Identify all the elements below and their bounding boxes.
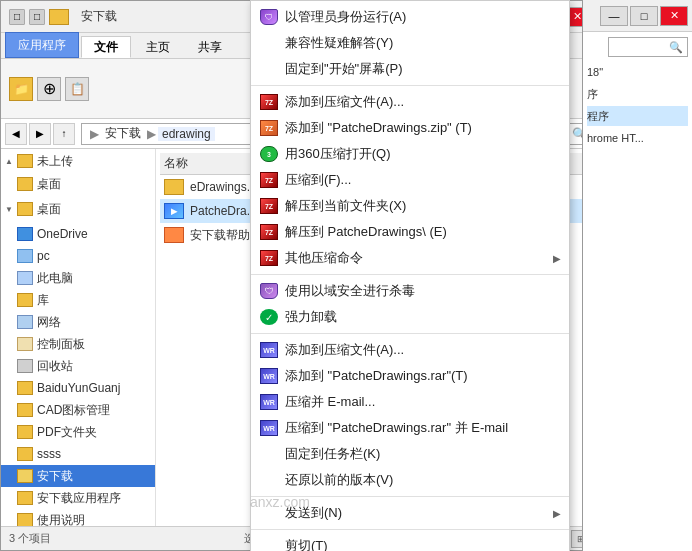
- sidebar-item-onedrive[interactable]: OneDrive: [1, 223, 155, 245]
- menu-item-run-admin[interactable]: 🛡 以管理员身份运行(A): [251, 4, 569, 30]
- separator-2: [251, 274, 569, 275]
- second-max-btn[interactable]: □: [630, 6, 658, 26]
- title-folder-icon: [49, 9, 69, 25]
- menu-label: 添加到 "PatcheDrawings.rar"(T): [285, 367, 561, 385]
- menu-label: 添加到压缩文件(A)...: [285, 341, 561, 359]
- separator-4: [251, 496, 569, 497]
- menu-item-compress-to[interactable]: 7Z 压缩到(F)...: [251, 167, 569, 193]
- sidebar-label-thispc: 此电脑: [37, 270, 73, 287]
- sidebar-group-desktop-label: 桌面: [37, 201, 61, 218]
- file-name: PatcheDra..: [190, 204, 253, 218]
- second-close-btn[interactable]: ✕: [660, 6, 688, 26]
- ribbon-copy-icon[interactable]: ⊕: [37, 77, 61, 101]
- tab-file[interactable]: 文件: [81, 36, 131, 58]
- second-window: — □ ✕ 🔍 18" 序 程序 hrome HT...: [582, 0, 692, 551]
- sidebar-group-desktop[interactable]: ▼ 桌面: [1, 197, 155, 221]
- menu-label: 压缩并 E-mail...: [285, 393, 561, 411]
- sidebar-label-onedrive: OneDrive: [37, 227, 88, 241]
- sidebar-label-baidu: BaiduYunGuanj: [37, 381, 120, 395]
- sidebar-item-trash[interactable]: 回收站: [1, 355, 155, 377]
- 7z-icon: 7Z: [259, 93, 279, 111]
- menu-item-force-uninstall[interactable]: ✓ 强力卸载: [251, 304, 569, 330]
- sidebar-item-thispc[interactable]: 此电脑: [1, 267, 155, 289]
- menu-item-pin-taskbar[interactable]: 固定到任务栏(K): [251, 441, 569, 467]
- title-icon-1[interactable]: □: [9, 9, 25, 25]
- winrar-icon-2: WR: [259, 367, 279, 385]
- chm-icon: [164, 227, 184, 243]
- path-segment-1[interactable]: 安下载: [101, 125, 145, 142]
- sidebar-item-anzaixia-app[interactable]: 安下载应用程序: [1, 487, 155, 509]
- sidebar: ▲ 未上传 桌面 ▼ 桌面 OneDrive: [1, 149, 156, 526]
- menu-item-restore-version[interactable]: 还原以前的版本(V): [251, 467, 569, 493]
- sidebar-item-cpanel[interactable]: 控制面板: [1, 333, 155, 355]
- menu-label: 兼容性疑难解答(Y): [285, 34, 561, 52]
- tab-share[interactable]: 共享: [185, 36, 235, 58]
- submenu-arrow: ▶: [553, 253, 561, 264]
- sidebar-label-cpanel: 控制面板: [37, 336, 85, 353]
- sidebar-item-desktop-top[interactable]: 桌面: [1, 173, 155, 195]
- menu-item-more-compress[interactable]: 7Z 其他压缩命令 ▶: [251, 245, 569, 271]
- menu-item-add-archive[interactable]: 7Z 添加到压缩文件(A)...: [251, 89, 569, 115]
- menu-label: 其他压缩命令: [285, 249, 561, 267]
- menu-item-pin-start[interactable]: 固定到"开始"屏幕(P): [251, 56, 569, 82]
- ribbon-paste-icon[interactable]: 📋: [65, 77, 89, 101]
- tab-app[interactable]: 应用程序: [5, 32, 79, 58]
- forward-button[interactable]: ▶: [29, 123, 51, 145]
- up-button[interactable]: ↑: [53, 123, 75, 145]
- title-icon-2[interactable]: □: [29, 9, 45, 25]
- sidebar-item-library[interactable]: 库: [1, 289, 155, 311]
- sidebar-item-baidu[interactable]: BaiduYunGuanj: [1, 377, 155, 399]
- menu-label: 添加到压缩文件(A)...: [285, 93, 561, 111]
- second-item-1: 18": [587, 62, 688, 82]
- menu-item-winrar-rar-email[interactable]: WR 压缩到 "PatcheDrawings.rar" 并 E-mail: [251, 415, 569, 441]
- second-min-btn[interactable]: —: [600, 6, 628, 26]
- menu-item-winrar-email[interactable]: WR 压缩并 E-mail...: [251, 389, 569, 415]
- menu-label: 还原以前的版本(V): [285, 471, 561, 489]
- second-item-3: 程序: [587, 106, 688, 126]
- menu-item-add-zip[interactable]: 7Z 添加到 "PatcheDrawings.zip" (T): [251, 115, 569, 141]
- sidebar-group-uploads[interactable]: ▲ 未上传: [1, 149, 155, 173]
- sidebar-item-pc[interactable]: pc: [1, 245, 155, 267]
- menu-label: 固定到"开始"屏幕(P): [285, 60, 561, 78]
- menu-item-extract-to[interactable]: 7Z 解压到 PatcheDrawings\ (E): [251, 219, 569, 245]
- submenu-arrow-2: ▶: [553, 508, 561, 519]
- sidebar-item-ssss[interactable]: ssss: [1, 443, 155, 465]
- menu-item-compat[interactable]: 兼容性疑难解答(Y): [251, 30, 569, 56]
- sidebar-item-manual[interactable]: 使用说明: [1, 509, 155, 526]
- ribbon-new-folder-icon[interactable]: 📁: [9, 77, 33, 101]
- menu-item-winrar-rar[interactable]: WR 添加到 "PatcheDrawings.rar"(T): [251, 363, 569, 389]
- sidebar-item-cad[interactable]: CAD图标管理: [1, 399, 155, 421]
- separator-1: [251, 85, 569, 86]
- sidebar-item-network[interactable]: 网络: [1, 311, 155, 333]
- sidebar-section-desktop: ▼ 桌面: [1, 197, 155, 221]
- second-search-box[interactable]: 🔍: [608, 37, 688, 57]
- 360-icon: 3: [259, 145, 279, 163]
- sidebar-item-pdf[interactable]: PDF文件夹: [1, 421, 155, 443]
- winrar-icon-4: WR: [259, 419, 279, 437]
- second-content: 🔍 18" 序 程序 hrome HT...: [583, 32, 692, 551]
- sidebar-section-recent: ▲ 未上传 桌面: [1, 149, 155, 195]
- second-item-4: hrome HT...: [587, 128, 688, 148]
- menu-item-antivirus[interactable]: 🛡 使用以域安全进行杀毒: [251, 278, 569, 304]
- menu-label: 发送到(N): [285, 504, 561, 522]
- shield2-icon: 🛡: [259, 282, 279, 300]
- sidebar-label-pc: pc: [37, 249, 50, 263]
- menu-label: 剪切(T): [285, 537, 561, 551]
- menu-label: 强力卸载: [285, 308, 561, 326]
- back-button[interactable]: ◀: [5, 123, 27, 145]
- menu-item-winrar-add[interactable]: WR 添加到压缩文件(A)...: [251, 337, 569, 363]
- second-title-bar: — □ ✕: [583, 0, 692, 32]
- tab-home[interactable]: 主页: [133, 36, 183, 58]
- 7z-icon-4: 7Z: [259, 223, 279, 241]
- menu-item-sendto[interactable]: 发送到(N) ▶: [251, 500, 569, 526]
- menu-item-extract-here[interactable]: 7Z 解压到当前文件夹(X): [251, 193, 569, 219]
- winrar-icon: WR: [259, 341, 279, 359]
- winrar-icon-3: WR: [259, 393, 279, 411]
- second-search: 🔍: [587, 36, 688, 58]
- menu-item-360[interactable]: 3 用360压缩打开(Q): [251, 141, 569, 167]
- path-segment-2[interactable]: edrawing: [158, 127, 215, 141]
- menu-item-cut[interactable]: 剪切(T): [251, 533, 569, 551]
- sidebar-item-anzaixia[interactable]: 安下载: [1, 465, 155, 487]
- exe-icon: ▶: [164, 203, 184, 219]
- menu-label: 添加到 "PatcheDrawings.zip" (T): [285, 119, 561, 137]
